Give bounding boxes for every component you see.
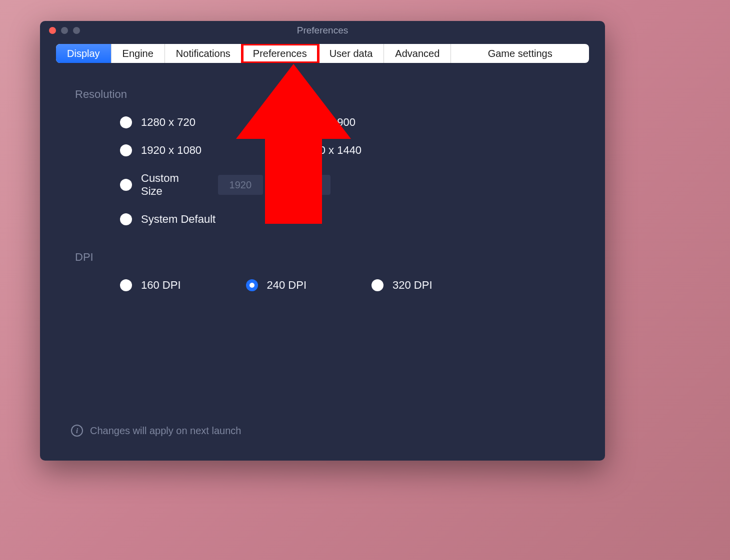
- radio-label: 160 DPI: [141, 279, 181, 292]
- radio-label: System Default: [141, 213, 216, 226]
- footer-message: Changes will apply on next launch: [90, 425, 241, 437]
- footer-note: i Changes will apply on next launch: [71, 425, 241, 437]
- resolution-option-system-default[interactable]: System Default: [120, 213, 280, 226]
- dpi-option-160[interactable]: 160 DPI: [120, 279, 181, 292]
- tab-display[interactable]: Display: [56, 44, 112, 63]
- section-label-dpi: DPI: [75, 251, 570, 264]
- dpi-options: 160 DPI 240 DPI 320 DPI: [120, 279, 570, 292]
- resolution-option-custom[interactable]: Custom Size 1920 x 1080: [120, 172, 280, 198]
- info-icon: i: [71, 425, 83, 437]
- resolution-option-2560x1440[interactable]: 2560 x 1440: [280, 144, 570, 157]
- close-window-button[interactable]: [49, 27, 56, 34]
- radio-icon: [280, 116, 292, 128]
- tab-engine[interactable]: Engine: [112, 44, 165, 63]
- radio-icon: [120, 279, 132, 291]
- radio-label: 1280 x 720: [141, 116, 196, 129]
- titlebar: Preferences: [40, 21, 605, 40]
- radio-icon: [280, 144, 292, 156]
- traffic-lights: [40, 27, 80, 34]
- tab-bar: Display Engine Notifications Preferences…: [56, 44, 589, 63]
- dimension-separator: x: [272, 180, 276, 190]
- custom-width-input[interactable]: 1920: [218, 175, 263, 195]
- radio-icon: [120, 116, 132, 128]
- radio-icon: [246, 279, 258, 291]
- section-label-resolution: Resolution: [75, 88, 570, 101]
- minimize-window-button[interactable]: [61, 27, 68, 34]
- maximize-window-button[interactable]: [73, 27, 80, 34]
- resolution-option-1280x720[interactable]: 1280 x 720: [120, 116, 280, 129]
- tab-user-data[interactable]: User data: [318, 44, 384, 63]
- dpi-option-320[interactable]: 320 DPI: [372, 279, 432, 292]
- radio-icon: [372, 279, 384, 291]
- resolution-option-1920x1080[interactable]: 1920 x 1080: [120, 144, 280, 157]
- content-area: Resolution 1280 x 720 1600 x 900 1920 x …: [40, 63, 605, 292]
- radio-label: Custom Size: [141, 172, 179, 198]
- window-title: Preferences: [40, 25, 605, 36]
- radio-label: 2560 x 1440: [301, 144, 362, 157]
- radio-label: 1920 x 1080: [141, 144, 202, 157]
- tab-notifications[interactable]: Notifications: [165, 44, 242, 63]
- tab-preferences[interactable]: Preferences: [242, 44, 318, 63]
- radio-label: 320 DPI: [392, 279, 432, 292]
- resolution-options: 1280 x 720 1600 x 900 1920 x 1080 2560 x…: [120, 116, 570, 226]
- resolution-option-1600x900[interactable]: 1600 x 900: [280, 116, 570, 129]
- radio-icon: [120, 179, 132, 191]
- preferences-window: Preferences Display Engine Notifications…: [40, 21, 605, 461]
- tab-game-settings[interactable]: Game settings: [451, 44, 589, 63]
- radio-label: 1600 x 900: [301, 116, 356, 129]
- dpi-option-240[interactable]: 240 DPI: [246, 279, 307, 292]
- radio-label: 240 DPI: [267, 279, 307, 292]
- radio-icon: [120, 144, 132, 156]
- tab-advanced[interactable]: Advanced: [384, 44, 451, 63]
- radio-icon: [120, 213, 132, 225]
